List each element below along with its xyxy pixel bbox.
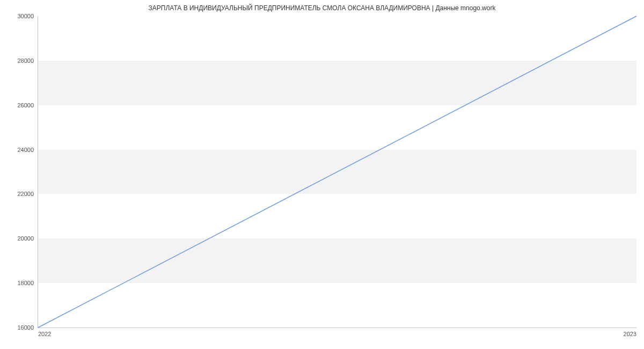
y-tick-label: 22000 bbox=[17, 191, 38, 197]
x-tick-label: 2022 bbox=[38, 328, 51, 337]
y-tick-label: 24000 bbox=[17, 147, 38, 153]
y-tick-label: 18000 bbox=[17, 280, 38, 286]
chart-container: ЗАРПЛАТА В ИНДИВИДУАЛЬНЫЙ ПРЕДПРИНИМАТЕЛ… bbox=[0, 0, 644, 349]
y-tick-label: 26000 bbox=[17, 102, 38, 108]
chart-title: ЗАРПЛАТА В ИНДИВИДУАЛЬНЫЙ ПРЕДПРИНИМАТЕЛ… bbox=[0, 4, 644, 12]
x-tick-label: 2023 bbox=[624, 328, 636, 337]
y-tick-label: 30000 bbox=[17, 13, 38, 19]
plot-area: 1600018000200002200024000260002800030000… bbox=[38, 16, 636, 328]
data-line bbox=[38, 16, 636, 328]
line-layer bbox=[38, 16, 636, 328]
y-tick-label: 28000 bbox=[17, 57, 38, 64]
y-tick-label: 20000 bbox=[17, 235, 38, 242]
y-tick-label: 16000 bbox=[17, 324, 38, 331]
